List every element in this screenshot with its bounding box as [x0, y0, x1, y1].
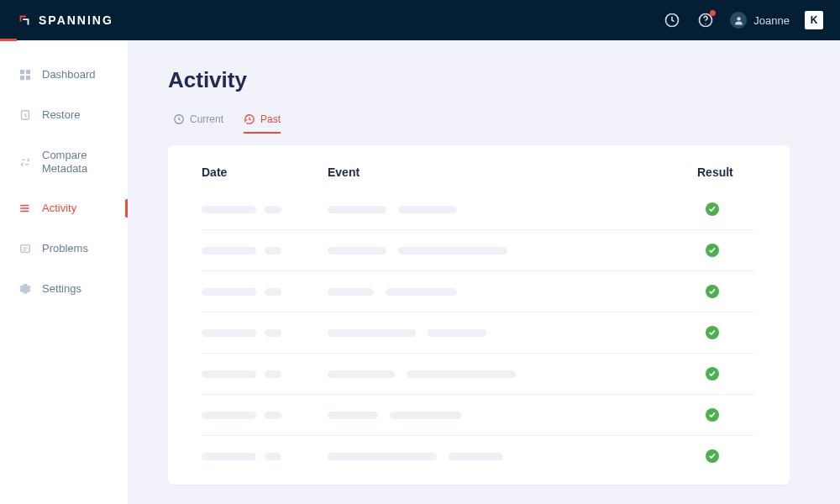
activity-icon — [18, 202, 32, 215]
skeleton-placeholder — [328, 370, 395, 378]
column-header-result: Result — [697, 165, 756, 179]
gear-icon — [18, 282, 32, 296]
skeleton-placeholder — [202, 370, 256, 378]
skeleton-placeholder — [386, 288, 457, 296]
skeleton-placeholder — [328, 329, 416, 337]
skeleton-placeholder — [202, 206, 256, 213]
sidebar-item-problems[interactable]: Problems — [0, 234, 128, 263]
page-title: Activity — [168, 67, 790, 93]
table-row[interactable] — [202, 229, 756, 270]
kaseya-badge[interactable]: K — [805, 11, 823, 29]
table-row[interactable] — [202, 270, 756, 312]
skeleton-placeholder — [428, 329, 486, 337]
user-menu[interactable]: Joanne — [730, 12, 790, 29]
sidebar-item-compare-metadata[interactable]: Compare Metadata — [0, 141, 128, 182]
user-name: Joanne — [753, 14, 790, 27]
brand-mark-icon — [17, 13, 32, 28]
skeleton-placeholder — [202, 247, 256, 255]
sidebar-item-label: Dashboard — [42, 68, 96, 81]
main-content: Activity Current Past Date Event Result — [128, 40, 840, 504]
activity-table-card: Date Event Result — [168, 145, 790, 485]
skeleton-placeholder — [265, 412, 281, 419]
skeleton-placeholder — [328, 288, 374, 296]
table-row[interactable] — [202, 312, 756, 353]
svg-point-11 — [20, 211, 22, 213]
skeleton-placeholder — [398, 206, 457, 213]
history-icon — [244, 113, 255, 125]
sidebar-item-label: Activity — [42, 202, 76, 215]
brand-name: SPANNING — [39, 13, 113, 27]
restore-icon — [18, 108, 32, 122]
tab-past[interactable]: Past — [244, 113, 281, 134]
skeleton-placeholder — [202, 329, 256, 337]
success-check-icon — [706, 285, 719, 298]
tab-current[interactable]: Current — [173, 113, 223, 134]
recent-icon[interactable] — [663, 11, 681, 29]
svg-point-3 — [737, 17, 740, 20]
table-row[interactable] — [202, 435, 756, 476]
notification-dot-icon — [710, 10, 716, 16]
skeleton-placeholder — [398, 247, 507, 255]
avatar-icon — [730, 12, 747, 29]
sidebar-item-settings[interactable]: Settings — [0, 275, 128, 303]
clock-icon — [173, 113, 185, 125]
sidebar-item-activity[interactable]: Activity — [0, 194, 128, 223]
svg-rect-4 — [20, 70, 24, 74]
skeleton-placeholder — [202, 412, 256, 419]
skeleton-placeholder — [328, 206, 386, 213]
svg-point-10 — [20, 207, 22, 209]
success-check-icon — [706, 244, 719, 257]
success-check-icon — [706, 367, 719, 381]
skeleton-placeholder — [390, 412, 461, 419]
skeleton-placeholder — [265, 206, 281, 213]
table-body — [202, 189, 756, 476]
skeleton-placeholder — [328, 453, 437, 460]
problems-icon — [18, 242, 32, 255]
skeleton-placeholder — [265, 247, 281, 255]
sidebar-item-label: Settings — [42, 282, 81, 296]
table-row[interactable] — [202, 394, 756, 435]
success-check-icon — [706, 449, 719, 463]
skeleton-placeholder — [265, 329, 281, 337]
success-check-icon — [706, 408, 719, 422]
brand-logo[interactable]: SPANNING — [17, 13, 113, 28]
skeleton-placeholder — [265, 453, 281, 460]
skeleton-placeholder — [265, 370, 281, 378]
sidebar-nav: Dashboard Restore Compare Metadata Activ… — [0, 40, 128, 504]
table-header: Date Event Result — [202, 162, 756, 189]
column-header-date: Date — [202, 165, 328, 179]
svg-rect-12 — [21, 245, 30, 253]
skeleton-placeholder — [328, 247, 386, 255]
success-check-icon — [706, 202, 719, 216]
dashboard-icon — [18, 68, 32, 81]
sidebar-item-label: Restore — [42, 108, 81, 122]
skeleton-placeholder — [202, 288, 256, 296]
column-header-event: Event — [328, 165, 697, 179]
svg-point-9 — [20, 205, 22, 207]
svg-rect-7 — [26, 76, 30, 80]
skeleton-placeholder — [449, 453, 503, 460]
skeleton-placeholder — [265, 288, 281, 296]
compare-icon — [18, 155, 32, 169]
table-row[interactable] — [202, 353, 756, 394]
tab-label: Current — [190, 113, 223, 125]
top-navbar: SPANNING Joanne K — [0, 0, 840, 40]
svg-rect-5 — [26, 70, 30, 74]
skeleton-placeholder — [202, 453, 256, 460]
activity-tabs: Current Past — [168, 113, 790, 134]
help-icon[interactable] — [696, 11, 715, 29]
tab-label: Past — [260, 113, 281, 125]
skeleton-placeholder — [328, 412, 378, 419]
sidebar-item-label: Problems — [42, 242, 88, 255]
svg-rect-6 — [20, 76, 24, 80]
svg-point-2 — [706, 24, 706, 24]
success-check-icon — [706, 326, 719, 339]
sidebar-item-label: Compare Metadata — [42, 149, 114, 175]
sidebar-item-dashboard[interactable]: Dashboard — [0, 60, 128, 89]
table-row[interactable] — [202, 189, 756, 229]
skeleton-placeholder — [407, 370, 516, 378]
sidebar-item-restore[interactable]: Restore — [0, 101, 128, 129]
